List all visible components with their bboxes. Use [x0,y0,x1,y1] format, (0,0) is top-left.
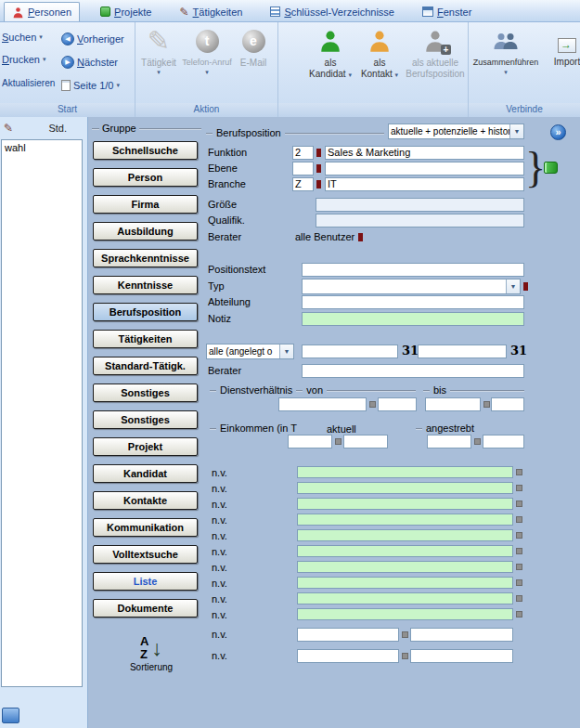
group-button-sonstiges-2[interactable]: Sonstiges [93,410,198,429]
drucken-button[interactable]: Drucken ▾ [2,54,46,65]
ebene-lookup-marker-icon[interactable] [316,164,321,173]
ebene-code-input[interactable] [292,162,314,176]
nv-field[interactable] [297,545,513,557]
sidebar-header: ✎ Std. [4,120,84,136]
group-button-kandidat[interactable]: Kandidat [93,464,198,483]
nv-label: n.v. [212,514,227,527]
nv-field[interactable] [297,577,513,589]
list-item[interactable]: wahl [2,140,82,155]
angelegt-dropdown[interactable]: alle (angelegt o ▼ [206,344,294,359]
group-button-volltextsuche[interactable]: Volltextsuche [93,545,198,564]
typ-lookup-marker-icon[interactable] [523,282,528,291]
email-button[interactable]: e E-Mail [234,25,273,68]
sort-button[interactable]: A Z ↓ Sortierung [122,635,181,672]
section-rule [327,390,416,391]
nv-field[interactable] [297,628,399,642]
group-button-sonstiges-1[interactable]: Sonstiges [93,384,198,402]
group-button-projekt[interactable]: Projekt [93,437,198,456]
einkommen-aktuell-input[interactable] [288,435,332,448]
zusammenfuehren-button[interactable]: Zusammenführen ▾ [470,25,541,76]
tab-bar: Personen Projekte ✎ Tätigkeiten Schlüsse… [0,0,580,22]
groesse-input[interactable] [316,198,524,212]
gray-marker-icon [516,548,522,554]
nv-field[interactable] [297,649,399,663]
group-button-dokumente[interactable]: Dokumente [93,599,198,618]
nv-field[interactable] [297,529,513,541]
positionstext-input[interactable] [302,263,524,277]
nv-field[interactable] [297,608,513,620]
nv-field[interactable] [297,592,513,604]
branche-lookup-marker-icon[interactable] [316,180,321,188]
als-kontakt-button[interactable]: als Kontakt ▾ [356,25,403,79]
nv-field[interactable] [297,498,513,510]
date-from-input[interactable] [302,344,398,358]
tab-taetigkeiten[interactable]: ✎ Tätigkeiten [172,2,250,21]
calendar-icon[interactable]: 31 [510,344,527,358]
dienstverhaeltnis-bis-detail-input[interactable] [491,397,524,411]
einkommen-aktuell-detail-input[interactable] [343,435,388,448]
funktion-code-input[interactable]: 2 [292,146,314,160]
einkommen-angestrebt-detail-input[interactable] [483,435,524,448]
group-button-kommunikation[interactable]: Kommunikation [93,518,198,537]
berater-lookup-marker-icon[interactable] [358,233,363,241]
nv-field[interactable] [410,649,513,663]
selection-listbox[interactable]: wahl [1,139,83,687]
telefon-anruf-button[interactable]: t Telefon-Anruf ▾ [180,25,234,76]
dienstverhaeltnis-von-input[interactable] [278,397,367,411]
ribbon-section-als: als Kandidat ▾ als Kontakt ▾ + als aktue… [278,22,469,117]
tab-schluessel-verzeichnisse[interactable]: Schlüssel-Verzeichnisse [263,2,402,21]
group-button-taetigkeiten[interactable]: Tätigkeiten [93,330,198,348]
seite-button[interactable]: Seite 1/0 ▾ [61,80,120,91]
group-button-schnellsuche[interactable]: Schnellsuche [93,141,198,160]
notiz-input[interactable] [302,312,524,326]
abteilung-input[interactable] [302,295,524,309]
als-kandidat-button[interactable]: als Kandidat ▾ [306,25,354,79]
seite-label: Seite 1/0 [73,80,113,91]
date-to-input[interactable] [418,344,507,358]
import-button[interactable]: → Import [545,35,580,67]
calendar-icon[interactable]: 31 [402,344,419,358]
aktualisieren-button[interactable]: Aktualisieren [2,78,55,88]
dienstverhaeltnis-von-detail-input[interactable] [378,397,417,411]
naechster-button[interactable]: ▶ Nächster [61,56,118,69]
catalog-book-icon[interactable] [544,162,558,174]
group-button-ausbildung[interactable]: Ausbildung [93,222,198,240]
dienstverhaeltnis-bis-input[interactable] [425,397,481,411]
funktion-input[interactable]: Sales & Marketing [325,146,524,160]
group-section-header: Gruppe [92,123,201,134]
funktion-lookup-marker-icon[interactable] [316,149,321,157]
vorheriger-button[interactable]: ◀ Vorheriger [61,32,124,46]
branche-code-input[interactable]: Z [292,177,314,191]
nv-field[interactable] [297,482,513,494]
suchen-button[interactable]: Suchen ▾ [2,32,43,43]
group-button-person[interactable]: Person [93,168,198,187]
group-button-standard-taetigk[interactable]: Standard-Tätigk. [93,357,198,375]
berater2-input[interactable] [302,364,524,378]
sidebar-bottom-button[interactable] [2,708,19,723]
expand-button[interactable]: » [550,124,566,140]
group-button-kontakte[interactable]: Kontakte [93,491,198,510]
als-aktuelle-berufsposition-button[interactable]: + als aktuelle Berufsposition [403,25,468,79]
scope-dropdown[interactable]: aktuelle + potenzielle + historisc ▼ [388,124,524,139]
nv-field[interactable] [297,514,513,526]
ribbon: Suchen ▾ Drucken ▾ Aktualisieren ◀ Vorhe… [0,22,580,117]
ebene-input[interactable] [325,162,524,176]
group-button-liste[interactable]: Liste [93,572,198,591]
qualifik-input[interactable] [316,214,524,228]
notiz-label: Notiz [208,312,231,326]
dropdown-caret-icon: ▾ [43,56,46,63]
group-button-firma[interactable]: Firma [93,195,198,214]
nv-field[interactable] [410,628,513,642]
taetigkeit-button[interactable]: ✎ Tätigkeit ▾ [137,25,180,76]
group-button-berufsposition[interactable]: Berufsposition [93,303,198,321]
branche-input[interactable]: IT [325,177,524,191]
typ-dropdown[interactable]: ▼ [302,279,521,294]
nv-field[interactable] [297,466,513,478]
group-button-kenntnisse[interactable]: Kenntnisse [93,276,198,294]
nv-field[interactable] [297,561,513,573]
einkommen-angestrebt-input[interactable] [427,435,471,448]
tab-projekte[interactable]: Projekte [93,2,159,21]
tab-fenster[interactable]: Fenster [415,2,479,21]
group-button-sprachkenntnisse[interactable]: Sprachkenntnisse [93,249,198,267]
tab-personen[interactable]: Personen [4,2,80,21]
